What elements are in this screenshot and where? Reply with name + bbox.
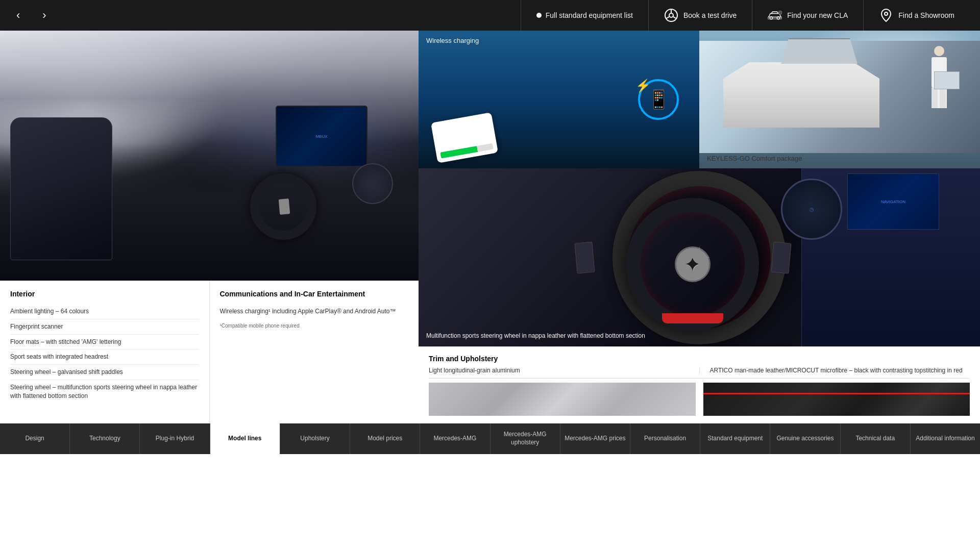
nav-personalisation[interactable]: Personalisation: [630, 423, 700, 454]
trim-section: Trim and Upholstery Light longitudinal-g…: [419, 346, 980, 423]
nav-right-items: Full standard equipment list Book a test…: [521, 0, 970, 31]
swatch-leather: [703, 383, 970, 416]
trim-heading: Trim and Upholstery: [429, 355, 970, 363]
amg-prices-label: Mercedes-AMG prices: [565, 435, 625, 443]
nav-technical-data[interactable]: Technical data: [841, 423, 911, 454]
trim-swatches: [429, 383, 970, 416]
list-item: Steering wheel – multifunction sports st…: [10, 380, 199, 404]
trim-item-leather: ARTICO man-made leather/MICROCUT microfi…: [700, 367, 970, 374]
nav-arrows: ‹ ›: [10, 5, 53, 26]
interior-heading: Interior: [10, 290, 199, 298]
car-icon: !: [768, 8, 782, 22]
next-arrow[interactable]: ›: [36, 5, 52, 26]
main-content: MBUX Interior Ambient lighting – 64 colo…: [0, 31, 980, 423]
nav-mercedes-amg[interactable]: Mercedes-AMG: [420, 423, 490, 454]
nav-find-cla[interactable]: ! Find your new CLA: [752, 0, 863, 31]
test-drive-label: Book a test drive: [683, 11, 737, 19]
plug-in-label: Plug-in Hybrid: [156, 435, 194, 443]
showroom-label: Find a Showroom: [898, 11, 954, 19]
right-section: Wireless charging 📱 ⚡: [419, 31, 980, 423]
svg-line-4: [673, 17, 676, 19]
svg-line-3: [666, 17, 669, 19]
list-item: Ambient lighting – 64 colours: [10, 304, 199, 319]
trim-item-aluminium: Light longitudinal-grain aluminium: [429, 367, 700, 374]
top-navigation: ‹ › Full standard equipment list Book a …: [0, 0, 980, 31]
nav-genuine-accessories[interactable]: Genuine accessories: [770, 423, 840, 454]
bottom-navigation: Design Technology Plug-in Hybrid Model l…: [0, 423, 980, 454]
feature-boxes: Interior Ambient lighting – 64 colours F…: [0, 281, 419, 423]
upholstery-label: Upholstery: [300, 435, 329, 443]
steering-sim: ◷ NAVIGATION ✦: [419, 168, 980, 346]
genuine-accessories-label: Genuine accessories: [776, 435, 834, 443]
nav-standard-equipment[interactable]: Standard equipment: [700, 423, 770, 454]
wireless-label: Wireless charging: [426, 37, 479, 44]
interior-image-sim: MBUX: [0, 31, 419, 281]
personalisation-label: Personalisation: [644, 435, 686, 443]
interior-feature-list: Ambient lighting – 64 colours Fingerprin…: [10, 304, 199, 404]
nav-equipment-list[interactable]: Full standard equipment list: [521, 0, 648, 31]
trim-aluminium-label: Light longitudinal-grain aluminium: [429, 367, 520, 374]
dot-icon: [536, 13, 542, 18]
nav-additional-info[interactable]: Additional information: [911, 423, 980, 454]
svg-point-1: [669, 13, 673, 17]
left-section: MBUX Interior Ambient lighting – 64 colo…: [0, 31, 419, 423]
wireless-charging-image: Wireless charging 📱 ⚡: [419, 31, 699, 168]
list-item: Floor mats – with stitched 'AMG' letteri…: [10, 335, 199, 350]
list-item: Sport seats with integrated headrest: [10, 349, 199, 365]
nav-plug-in-hybrid[interactable]: Plug-in Hybrid: [140, 423, 210, 454]
nav-amg-prices[interactable]: Mercedes-AMG prices: [560, 423, 630, 454]
interior-feature-box: Interior Ambient lighting – 64 colours F…: [0, 281, 210, 423]
footnote: ¹Compatible mobile phone required: [220, 323, 409, 329]
nav-showroom[interactable]: Find a Showroom: [863, 0, 970, 31]
keyless-label: KEYLESS-GO Comfort package: [707, 155, 802, 162]
nav-test-drive[interactable]: Book a test drive: [648, 0, 752, 31]
svg-point-10: [885, 12, 888, 15]
amg-upholstery-label: Mercedes-AMG upholstery: [495, 431, 556, 446]
main-interior-image: MBUX: [0, 31, 419, 281]
nav-upholstery[interactable]: Upholstery: [280, 423, 350, 454]
model-lines-label: Model lines: [228, 435, 261, 443]
mercedes-amg-label: Mercedes-AMG: [433, 435, 476, 443]
keyless-sim: [699, 31, 980, 168]
technical-data-label: Technical data: [855, 435, 895, 443]
nav-amg-upholstery[interactable]: Mercedes-AMG upholstery: [491, 423, 560, 454]
comms-feature-box: Communications and In-Car Entertainment …: [210, 281, 419, 423]
steering-wheel-icon: [664, 8, 678, 22]
model-prices-label: Model prices: [368, 435, 402, 443]
keyless-image: KEYLESS-GO Comfort package: [699, 31, 980, 168]
nav-design[interactable]: Design: [0, 423, 70, 454]
list-item: Steering wheel – galvanised shift paddle…: [10, 365, 199, 380]
prev-arrow[interactable]: ‹: [10, 5, 26, 26]
wireless-inner: 📱 ⚡: [419, 31, 699, 168]
nav-model-prices[interactable]: Model prices: [350, 423, 420, 454]
list-item: Wireless charging¹ including Apple CarPl…: [220, 304, 409, 319]
equipment-list-label: Full standard equipment list: [546, 11, 633, 19]
steering-caption: Multifunction sports steering wheel in n…: [426, 332, 972, 340]
comms-feature-list: Wireless charging¹ including Apple CarPl…: [220, 304, 409, 319]
swatch-aluminium: [429, 383, 696, 416]
comms-heading: Communications and In-Car Entertainment: [220, 290, 409, 298]
map-pin-icon: [879, 8, 893, 22]
technology-label: Technology: [89, 435, 120, 443]
trim-leather-label: ARTICO man-made leather/MICROCUT microfi…: [710, 367, 963, 374]
list-item: Fingerprint scanner: [10, 319, 199, 335]
additional-info-label: Additional information: [916, 435, 974, 443]
design-label: Design: [25, 435, 44, 443]
svg-text:!: !: [779, 12, 780, 14]
standard-equipment-label: Standard equipment: [707, 435, 763, 443]
nav-model-lines[interactable]: Model lines: [210, 423, 280, 454]
steering-wheel-image: ◷ NAVIGATION ✦ Multifu: [419, 168, 980, 346]
nav-technology[interactable]: Technology: [70, 423, 140, 454]
find-cla-label: Find your new CLA: [787, 11, 848, 19]
top-row-images: Wireless charging 📱 ⚡: [419, 31, 980, 168]
